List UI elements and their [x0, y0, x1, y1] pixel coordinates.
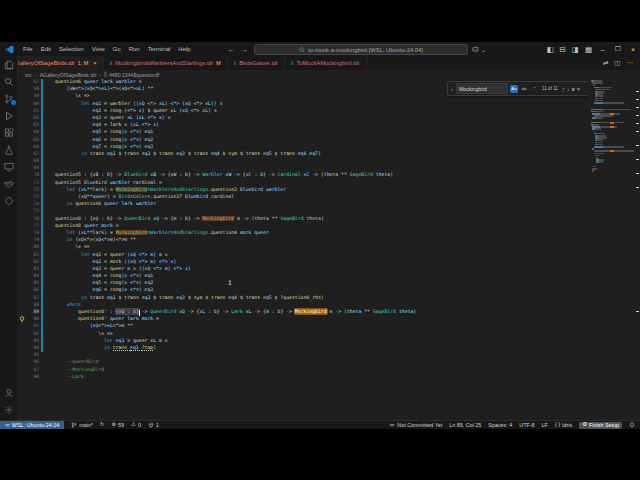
- code-line-97[interactable]: 97 --MockingBird: [17, 366, 640, 373]
- notifications-bell[interactable]: [629, 422, 635, 428]
- code-line-63[interactable]: 63 eq4 = lark x (xL <*> x): [17, 121, 640, 128]
- code-line-90[interactable]: 90 question8' queer lark mock =: [17, 315, 640, 322]
- restore-button[interactable]: ☐: [615, 45, 621, 53]
- language-mode[interactable]: { }Idris: [555, 422, 572, 428]
- activity-bar-extensions-icon[interactable]: [0, 124, 17, 141]
- code-line-73[interactable]: 73 (xQ**queer) = BirdsGalore.question37 …: [17, 193, 640, 200]
- indentation[interactable]: Spaces: 4: [488, 422, 512, 428]
- cursor-position[interactable]: Ln 89, Col 25: [449, 422, 481, 428]
- code-line-92[interactable]: 92 \x =>: [17, 330, 640, 337]
- menu-item-selection[interactable]: Selection: [55, 46, 88, 52]
- tab-mockingbirdswarblersandstarlings-idr[interactable]: λMockingbirdsWarblersAndStarlings.idrM: [104, 56, 228, 70]
- code-line-84[interactable]: 84 eq4 = cong(x <*>) eq1: [17, 272, 640, 279]
- code-line-60[interactable]: 60 let eq1 = warbler ((xQ <*> xL) <*> (x…: [17, 100, 640, 107]
- customize-layout-icon[interactable]: ▦: [585, 45, 592, 54]
- breadcrumb-item[interactable]: src: [25, 72, 32, 78]
- remote-indicator[interactable]: ><WSL: Ubuntu-24.04: [0, 421, 64, 429]
- activity-bar-accounts-icon[interactable]: [0, 384, 17, 401]
- tab-close-icon[interactable]: ×: [93, 60, 97, 66]
- minimap[interactable]: [588, 79, 634, 420]
- match-case-toggle[interactable]: Aa: [510, 85, 518, 93]
- find-input[interactable]: Mockingbird: [456, 83, 508, 94]
- code-line-89[interactable]: 89 question8' : {xQ : b} -> QueerBird xQ…: [17, 308, 640, 315]
- code-line-91[interactable]: 91 (xQ<*>xL<*>m **: [17, 322, 640, 329]
- code-line-61[interactable]: 61 eq2 = cong (<*> x) $ queer xL (xQ <*>…: [17, 107, 640, 114]
- split-editor-icon[interactable]: ◫: [614, 59, 620, 67]
- toggle-sidebar-icon[interactable]: ◧: [546, 45, 553, 54]
- code-line-65[interactable]: 65 eq6 = cong(x <*>) eq2: [17, 136, 640, 143]
- menu-item-run[interactable]: Run: [125, 46, 144, 52]
- code-line-93[interactable]: 93 let eq1 = queer xL m x: [17, 337, 640, 344]
- eol[interactable]: LF: [542, 422, 548, 428]
- minimize-button[interactable]: –: [601, 46, 605, 53]
- menu-item-terminal[interactable]: Terminal: [144, 46, 175, 52]
- code-line-70[interactable]: 70question5 : {xB : b} -> Bluebird xB ->…: [17, 171, 640, 178]
- errors[interactable]: ⊗59: [112, 422, 125, 428]
- code-line-68[interactable]: 68: [17, 157, 640, 164]
- code-line-82[interactable]: 82 eq2 = mock ((xQ <*> m) <*> x): [17, 258, 640, 265]
- activity-bar-search-icon[interactable]: [0, 73, 17, 90]
- activity-bar-run-debug-icon[interactable]: [0, 107, 17, 124]
- code-line-85[interactable]: 85 eq5 = cong(x <*>) eq2: [17, 279, 640, 286]
- back-icon[interactable]: ←: [228, 46, 235, 53]
- lightbulb-icon[interactable]: [19, 309, 25, 327]
- command-center[interactable]: to-mock-a-mockingbird [WSL: Ubuntu-24.04…: [254, 44, 468, 55]
- git-branch[interactable]: main*: [71, 422, 93, 428]
- activity-bar-explorer-icon[interactable]: [0, 56, 17, 73]
- activity-bar-docker-icon[interactable]: [0, 175, 17, 192]
- activity-bar-source-control-icon[interactable]: [0, 90, 17, 107]
- git-blame[interactable]: Not Committed Yet: [389, 422, 442, 428]
- code-line-64[interactable]: 64 eq5 = cong(x <*>) eq1: [17, 128, 640, 135]
- code-line-62[interactable]: 62 eq3 = queer xL (xL <*> x) x: [17, 114, 640, 121]
- overview-ruler[interactable]: [634, 79, 640, 420]
- code-line-87[interactable]: 87 in trans eq1 $ trans eq2 $ trans eq3 …: [17, 294, 640, 301]
- regex-toggle[interactable]: .*: [530, 85, 538, 93]
- code-line-96[interactable]: 96 --QueerBird: [17, 358, 640, 365]
- activity-bar-settings-icon[interactable]: [0, 401, 17, 418]
- code-line-80[interactable]: 80 \x =>: [17, 243, 640, 250]
- whole-word-toggle[interactable]: ab: [520, 85, 528, 93]
- menu-item-edit[interactable]: Edit: [37, 46, 55, 52]
- code-line-72[interactable]: 72 let (xL**lark) = MockingbirdsWarblers…: [17, 186, 640, 193]
- more-actions-icon[interactable]: ⋯: [627, 59, 634, 67]
- menu-item-help[interactable]: Help: [174, 46, 194, 52]
- code-editor[interactable]: 57question6 queer lark warbler =58 (xW<*…: [17, 79, 640, 420]
- ports[interactable]: 1: [148, 422, 159, 428]
- code-line-77[interactable]: 77question8 queer mock =: [17, 222, 640, 229]
- code-line-69[interactable]: 69: [17, 164, 640, 171]
- find-next-icon[interactable]: ↓: [567, 86, 570, 92]
- code-line-66[interactable]: 66 eq7 = cong(x <*>) eq3: [17, 143, 640, 150]
- breadcrumb-item[interactable]: 4480:1344$question8': [109, 72, 160, 78]
- code-line-83[interactable]: 83 eq3 = queer m x ((xQ <*> m) <*> x): [17, 265, 640, 272]
- tab-birdsgalore-idr[interactable]: λBirdsGalore.idr: [228, 56, 285, 70]
- toggle-panel-icon[interactable]: ⊟: [560, 45, 566, 54]
- open-changes-icon[interactable]: ⇄: [603, 59, 608, 67]
- code-line-94[interactable]: 94 in trans eq1 ?tmp): [17, 344, 640, 351]
- activity-bar-outline-icon[interactable]: [0, 192, 17, 209]
- copilot-menu[interactable]: ⌄: [472, 44, 486, 54]
- code-line-79[interactable]: 79 in (xQ<*>(xQ<*>m)<*>m **: [17, 236, 640, 243]
- toggle-secondary-sidebar-icon[interactable]: ◨: [572, 45, 579, 54]
- code-line-67[interactable]: 67 in trans eq1 $ trans eq2 $ trans eq3 …: [17, 150, 640, 157]
- code-line-76[interactable]: 76question8 : {xQ : b} -> QueerBird xQ -…: [17, 215, 640, 222]
- code-line-86[interactable]: 86 eq6 = cong(x <*>) eq3: [17, 286, 640, 293]
- find-expand-chevron-icon[interactable]: ›: [451, 86, 453, 92]
- find-in-selection-icon[interactable]: ≡: [572, 86, 575, 92]
- menu-item-go[interactable]: Go: [109, 46, 125, 52]
- code-line-71[interactable]: 71question5 bluebird warbler cardinal =: [17, 179, 640, 186]
- find-close-icon[interactable]: ×: [577, 86, 580, 92]
- activity-bar-testing-icon[interactable]: [0, 141, 17, 158]
- code-line-88[interactable]: 88 where: [17, 301, 640, 308]
- forward-icon[interactable]: →: [241, 46, 248, 53]
- code-line-74[interactable]: 74 in question6 queer lark warbler: [17, 200, 640, 207]
- code-line-95[interactable]: 95: [17, 351, 640, 358]
- finish-setup[interactable]: ⚙Finish Setup: [579, 422, 622, 429]
- code-line-81[interactable]: 81 let eq1 = queer (xQ <*> m) m x: [17, 251, 640, 258]
- warnings[interactable]: ⚠0: [131, 422, 141, 428]
- code-line-78[interactable]: 78 let (xL**lark) = MockingbirdsWarblers…: [17, 229, 640, 236]
- find-previous-icon[interactable]: ↑: [562, 86, 565, 92]
- menu-item-view[interactable]: View: [88, 46, 109, 52]
- close-button[interactable]: ×: [631, 46, 635, 53]
- code-line-98[interactable]: 98 --Lark: [17, 373, 640, 380]
- breadcrumb-item[interactable]: AGalleryOfSageBirds.idr: [40, 72, 97, 78]
